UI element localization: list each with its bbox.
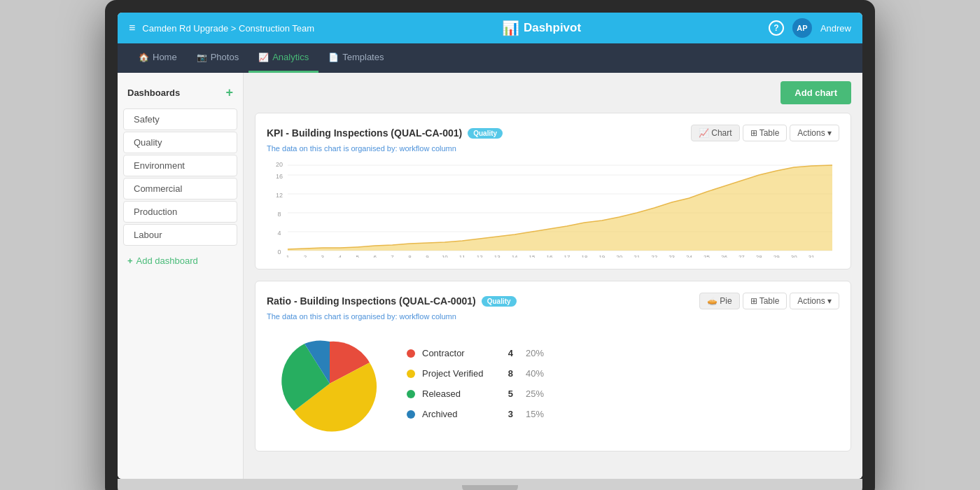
released-dot xyxy=(407,390,415,398)
svg-text:9: 9 xyxy=(426,254,429,258)
svg-text:17: 17 xyxy=(564,254,570,258)
nav-item-analytics[interactable]: 📈 Analytics xyxy=(248,43,318,73)
sidebar-item-environment[interactable]: Environment xyxy=(123,155,237,176)
sidebar: Dashboards + Safety Quality Environment … xyxy=(118,73,244,479)
ratio-pie-button[interactable]: 🥧 Pie xyxy=(699,293,739,309)
sidebar-title: Dashboards xyxy=(127,88,180,98)
svg-text:27: 27 xyxy=(738,254,745,258)
add-dashboard-button[interactable]: + Add dashboard xyxy=(118,250,243,272)
sidebar-add-button[interactable]: + xyxy=(225,85,233,100)
ratio-chart-controls: 🥧 Pie ⊞ Table Actions ▾ xyxy=(699,293,839,309)
brand-icon: 📊 xyxy=(502,20,519,36)
legend-item-released: Released 5 25% xyxy=(407,388,544,399)
svg-text:18: 18 xyxy=(581,254,587,258)
svg-text:10: 10 xyxy=(442,254,448,258)
svg-text:19: 19 xyxy=(598,254,605,258)
home-icon: 🏠 xyxy=(139,52,149,62)
legend-item-contractor: Contractor 4 20% xyxy=(407,348,544,358)
menu-icon[interactable]: ≡ xyxy=(129,22,135,34)
kpi-quality-badge: Quality xyxy=(468,128,503,139)
pie-section: Contractor 4 20% Project Verified 8 40% xyxy=(267,328,839,440)
kpi-line-chart: 0 4 8 12 16 20 xyxy=(267,160,839,258)
kpi-table-button[interactable]: ⊞ Table xyxy=(743,125,788,141)
pie-icon: 🥧 xyxy=(707,296,718,306)
svg-text:11: 11 xyxy=(459,254,465,258)
svg-text:24: 24 xyxy=(686,254,692,258)
sidebar-item-commercial[interactable]: Commercial xyxy=(123,178,237,200)
svg-text:4: 4 xyxy=(277,230,281,237)
help-button[interactable]: ? xyxy=(769,20,784,36)
svg-text:16: 16 xyxy=(547,254,553,258)
sidebar-item-labour[interactable]: Labour xyxy=(123,224,237,246)
svg-text:13: 13 xyxy=(494,254,500,258)
svg-text:26: 26 xyxy=(721,254,727,258)
avatar: AP xyxy=(792,18,812,38)
svg-text:6: 6 xyxy=(373,254,377,258)
project-verified-dot xyxy=(407,370,415,378)
svg-text:20: 20 xyxy=(616,254,622,258)
svg-text:0: 0 xyxy=(277,248,281,255)
svg-text:21: 21 xyxy=(634,254,640,258)
archived-dot xyxy=(407,410,415,419)
contractor-dot xyxy=(407,349,415,358)
pie-legend: Contractor 4 20% Project Verified 8 40% xyxy=(407,348,544,419)
kpi-chart-subtitle: The data on this chart is organised by: … xyxy=(267,144,839,153)
svg-text:31: 31 xyxy=(808,254,815,258)
nav-item-home[interactable]: 🏠 Home xyxy=(129,43,187,73)
user-name: Andrew xyxy=(820,23,851,34)
svg-text:22: 22 xyxy=(651,254,657,258)
svg-text:28: 28 xyxy=(756,254,762,258)
svg-text:1: 1 xyxy=(286,254,290,258)
svg-text:5: 5 xyxy=(356,254,359,258)
sidebar-item-safety[interactable]: Safety xyxy=(123,108,237,130)
kpi-actions-button[interactable]: Actions ▾ xyxy=(790,125,839,141)
pie-chart xyxy=(281,335,379,433)
analytics-icon: 📈 xyxy=(258,52,269,62)
photos-icon: 📷 xyxy=(197,52,207,62)
nav-bar: 🏠 Home 📷 Photos 📈 Analytics 📄 Templates xyxy=(118,43,862,73)
add-dashboard-icon: + xyxy=(127,255,133,266)
nav-item-photos[interactable]: 📷 Photos xyxy=(187,43,248,73)
table-icon: ⊞ xyxy=(750,128,757,138)
sidebar-item-production[interactable]: Production xyxy=(123,201,237,223)
svg-text:12: 12 xyxy=(276,192,283,199)
svg-text:7: 7 xyxy=(391,254,394,258)
svg-text:2: 2 xyxy=(304,254,307,258)
ratio-quality-badge: Quality xyxy=(482,296,517,307)
svg-text:25: 25 xyxy=(704,254,710,258)
svg-text:3: 3 xyxy=(321,254,325,258)
breadcrumb: Camden Rd Upgrade > Construction Team xyxy=(142,23,314,34)
svg-text:15: 15 xyxy=(529,254,536,258)
ratio-chart-card: Ratio - Building Inspections (QUAL-CA-00… xyxy=(255,281,851,451)
svg-text:8: 8 xyxy=(408,254,412,258)
svg-text:4: 4 xyxy=(339,254,342,258)
ratio-chart-title: Ratio - Building Inspections (QUAL-CA-00… xyxy=(267,295,476,307)
sidebar-item-quality[interactable]: Quality xyxy=(123,132,237,153)
svg-text:29: 29 xyxy=(774,254,780,258)
svg-text:12: 12 xyxy=(477,254,483,258)
svg-text:14: 14 xyxy=(512,254,518,258)
svg-text:30: 30 xyxy=(791,254,797,258)
add-chart-button[interactable]: Add chart xyxy=(780,81,851,104)
ratio-actions-button[interactable]: Actions ▾ xyxy=(790,293,839,309)
kpi-chart-card: KPI - Building Inspections (QUAL-CA-001)… xyxy=(255,113,851,270)
chart-icon: 📈 xyxy=(699,128,709,138)
svg-text:8: 8 xyxy=(277,211,281,218)
nav-item-templates[interactable]: 📄 Templates xyxy=(318,43,393,73)
svg-text:20: 20 xyxy=(276,161,283,168)
templates-icon: 📄 xyxy=(328,52,339,62)
kpi-chart-button[interactable]: 📈 Chart xyxy=(691,125,739,141)
content-area: Add chart KPI - Building Inspections (QU… xyxy=(244,73,862,479)
svg-text:16: 16 xyxy=(276,173,283,180)
brand-name: Dashpivot xyxy=(524,21,581,35)
legend-item-archived: Archived 3 15% xyxy=(407,409,544,419)
ratio-chart-subtitle: The data on this chart is organised by: … xyxy=(267,312,839,321)
table-icon2: ⊞ xyxy=(750,296,757,306)
kpi-chart-controls: 📈 Chart ⊞ Table Actions ▾ xyxy=(691,125,839,141)
kpi-chart-title: KPI - Building Inspections (QUAL-CA-001) xyxy=(267,127,462,139)
ratio-table-button[interactable]: ⊞ Table xyxy=(743,293,788,309)
legend-item-project-verified: Project Verified 8 40% xyxy=(407,368,544,379)
svg-text:23: 23 xyxy=(668,254,675,258)
